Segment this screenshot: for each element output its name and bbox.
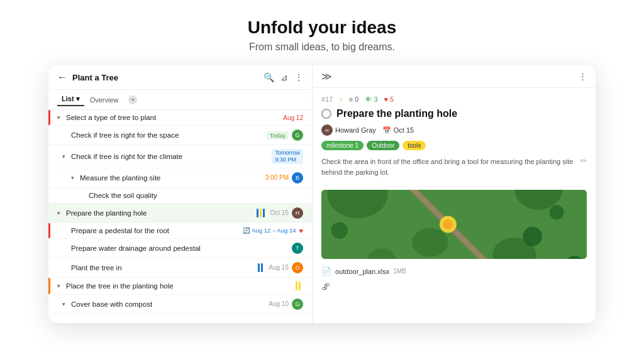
- header-icons: 🔍 ⊿ ⋮: [264, 72, 303, 82]
- attachment-icon[interactable]: 🖇: [321, 282, 330, 292]
- avatar: G: [292, 129, 303, 141]
- table-row[interactable]: Check if tree is right for the space Tod…: [48, 126, 312, 145]
- task-complete-circle[interactable]: [321, 109, 331, 119]
- stat-up: ↑: [339, 96, 343, 103]
- expand-icon[interactable]: ▾: [62, 301, 69, 307]
- tags-row: milestone 1 Outdoor tools: [321, 141, 587, 150]
- stat-eye: 👁 3: [365, 96, 377, 103]
- expand-icon[interactable]: ▾: [62, 153, 69, 160]
- project-title: Plant a Tree: [72, 73, 258, 82]
- task-name: Prepare water drainage around pedestal: [71, 244, 292, 252]
- task-name: Measure the planting site: [80, 174, 265, 182]
- list-count: 0: [355, 96, 358, 103]
- task-name: Select a type of tree to plant: [66, 114, 283, 121]
- task-meta: Aug 12: [283, 114, 303, 121]
- file-name: outdoor_plan.xlsx: [335, 268, 389, 275]
- task-list: ▾ Select a type of tree to plant Aug 12 …: [48, 110, 312, 323]
- progress-bars: [296, 282, 301, 290]
- up-arrow-icon: ↑: [339, 96, 343, 103]
- progress-bar: [260, 209, 262, 217]
- task-meta: 3:00 PM B: [265, 172, 303, 184]
- stat-heart: ♥ 5: [384, 96, 394, 103]
- avatar: H: [292, 207, 303, 219]
- task-date: Aug 12: [283, 114, 303, 121]
- eye-icon: 👁: [365, 96, 372, 103]
- right-header-icons: ⋮: [579, 72, 587, 81]
- assignee-avatar: H: [321, 124, 333, 136]
- tag-outdoor[interactable]: Outdoor: [367, 141, 399, 150]
- tab-add[interactable]: +: [124, 94, 142, 106]
- heart-icon: ♥: [384, 96, 389, 103]
- tab-list[interactable]: List ▾: [57, 93, 84, 106]
- left-panel: ← Plant a Tree 🔍 ⊿ ⋮ List ▾ Overview +: [48, 65, 313, 323]
- progress-bar: [299, 282, 301, 290]
- avatar: O: [292, 262, 303, 273]
- task-date-badge: Today: [267, 131, 289, 140]
- expand-icon[interactable]: ▾: [57, 114, 64, 121]
- task-meta: 🔄 Aug 12 – Aug 24 ♥: [243, 227, 303, 234]
- task-date: Oct 15: [270, 209, 289, 216]
- table-row[interactable]: Plant the tree in Aug 15 O: [48, 258, 312, 278]
- search-icon[interactable]: 🔍: [264, 72, 274, 82]
- task-meta: Aug 15 O: [258, 262, 303, 273]
- priority-accent: [48, 278, 50, 294]
- task-meta: Aug 10 G: [269, 299, 303, 310]
- tab-overview[interactable]: Overview: [86, 94, 123, 106]
- expand-panel-icon[interactable]: ≫: [321, 70, 332, 82]
- avatar: G: [292, 299, 303, 310]
- progress-bars: [258, 263, 263, 272]
- table-row[interactable]: ▾ Select a type of tree to plant Aug 12: [48, 110, 312, 126]
- table-row[interactable]: ▾ Prepare the planting hole Oct 15 H: [48, 204, 312, 223]
- progress-bar: [258, 263, 260, 272]
- heart-icon: ♥: [299, 227, 303, 234]
- tag-milestone[interactable]: milestone 1: [321, 141, 364, 150]
- edit-description-icon[interactable]: ✏: [580, 156, 587, 165]
- task-number: #17: [321, 96, 333, 103]
- progress-bars: [257, 209, 265, 217]
- task-date: 3:00 PM: [265, 174, 289, 181]
- expand-icon[interactable]: ▾: [57, 283, 64, 289]
- file-icon: 📄: [321, 266, 331, 276]
- table-row[interactable]: Prepare water drainage around pedestal T: [48, 239, 312, 258]
- more-icon[interactable]: ⋮: [579, 72, 587, 81]
- calendar-icon: 📅: [382, 126, 391, 134]
- table-row[interactable]: ▾ Check if tree is right for the climate…: [48, 145, 312, 168]
- task-detail: #17 ↑ ≡ 0 👁 3 ♥ 5 Prepare: [313, 88, 596, 323]
- hero-section: Unfold your ideas From small ideas, to b…: [248, 0, 396, 65]
- hero-subtitle: From small ideas, to big dreams.: [248, 41, 396, 53]
- tag-tools[interactable]: tools: [402, 141, 426, 150]
- svg-point-8: [523, 227, 542, 246]
- app-window: ← Plant a Tree 🔍 ⊿ ⋮ List ▾ Overview +: [48, 65, 596, 323]
- assignee-chip[interactable]: H Howard Gray: [321, 124, 376, 136]
- filter-icon[interactable]: ⊿: [280, 72, 288, 82]
- list-icon: ≡: [349, 96, 353, 103]
- svg-point-3: [412, 228, 448, 257]
- table-row[interactable]: Check the soil quality: [48, 188, 312, 204]
- priority-accent: [48, 110, 50, 125]
- expand-icon[interactable]: ▾: [57, 210, 64, 216]
- more-icon[interactable]: ⋮: [294, 72, 303, 82]
- task-meta: Today G: [267, 129, 303, 141]
- task-name: Check if tree is right for the space: [71, 131, 267, 139]
- tab-list-label: List ▾: [62, 95, 80, 103]
- left-header: ← Plant a Tree 🔍 ⊿ ⋮: [48, 65, 312, 90]
- right-panel: ≫ ⋮ #17 ↑ ≡ 0 👁 3 ♥: [313, 65, 596, 323]
- table-row[interactable]: Prepare a pedestal for the root 🔄 Aug 12…: [48, 223, 312, 239]
- date-chip[interactable]: 📅 Oct 15: [382, 126, 414, 134]
- table-row[interactable]: ▾ Measure the planting site 3:00 PM B: [48, 168, 312, 188]
- eye-count: 3: [374, 96, 377, 103]
- task-meta: T: [292, 243, 303, 254]
- table-row[interactable]: ▾ Cover base with compost Aug 10 G: [48, 295, 312, 314]
- svg-point-9: [550, 205, 564, 219]
- priority-accent: [48, 223, 50, 238]
- back-button[interactable]: ←: [57, 72, 67, 83]
- task-name: Check if tree is right for the climate: [71, 153, 272, 160]
- file-attachment[interactable]: 📄 outdoor_plan.xlsx 1MB: [321, 264, 587, 278]
- aerial-image: [321, 190, 587, 259]
- expand-icon[interactable]: ▾: [71, 175, 77, 181]
- detail-meta-row: H Howard Gray 📅 Oct 15: [321, 124, 587, 136]
- progress-bar: [257, 209, 258, 217]
- table-row[interactable]: ▾ Place the tree in the planting hole: [48, 278, 312, 295]
- detail-title: Prepare the planting hole: [336, 108, 457, 119]
- due-date: Oct 15: [394, 126, 414, 134]
